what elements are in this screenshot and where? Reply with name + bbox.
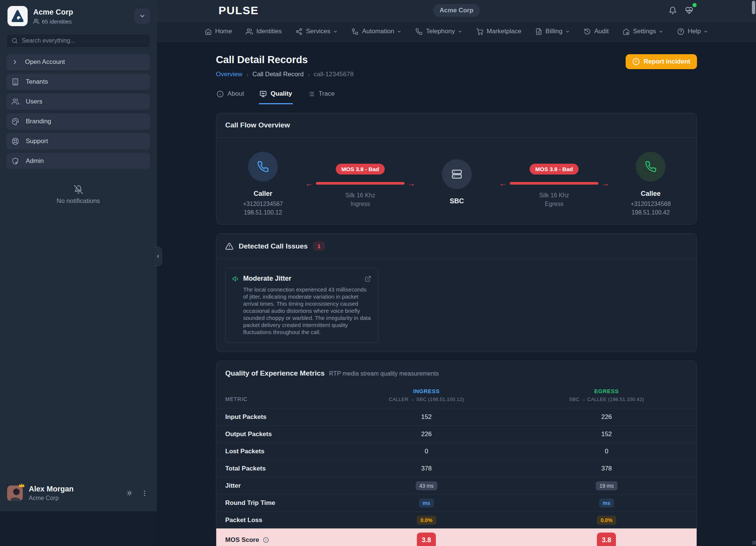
external-link-icon[interactable] (365, 275, 371, 282)
nav-item-help[interactable]: Help (677, 28, 708, 35)
sidebar-item-label: Users (26, 98, 42, 105)
nav-item-audit[interactable]: Audit (584, 28, 609, 35)
report-incident-label: Report incident (644, 58, 690, 65)
metrics-table-header: METRIC INGRESS CALLER → SBC (198.51.100.… (216, 383, 697, 408)
nav-label: Marketplace (487, 28, 521, 35)
users-icon (246, 28, 253, 35)
bell-icon[interactable] (669, 6, 677, 15)
sidebar-collapse-handle[interactable] (154, 247, 162, 266)
vertical-scrollbar-thumb[interactable] (752, 1, 755, 14)
health-status[interactable] (685, 6, 693, 15)
call-flow-title: Call Flow Overview (225, 121, 290, 129)
caller-circle (248, 152, 278, 182)
issue-description: The local connection experienced 43 mill… (243, 286, 371, 336)
call-flow-card: Call Flow Overview Caller +31201234567 1… (216, 113, 697, 225)
callee-phone: +31201234568 (630, 201, 670, 207)
org-logo (7, 6, 28, 26)
ingress-direction: Ingress (350, 201, 370, 207)
nav-item-telephony[interactable]: Telephony (415, 28, 462, 35)
search-input[interactable] (22, 37, 145, 44)
nav-item-settings[interactable]: Settings (623, 28, 663, 35)
sidebar-item-label: Branding (26, 118, 51, 125)
sidebar-item-label: Open Account (25, 58, 65, 66)
alert-circle-icon (632, 58, 640, 65)
crown-icon (18, 482, 25, 488)
metrics-row-packet-loss: Packet Loss 0.0% 0.0% (216, 511, 697, 528)
ingress-line (316, 182, 405, 185)
file-text-icon (535, 28, 542, 35)
heart-pulse-icon (685, 6, 693, 15)
nav-label: Billing (546, 28, 563, 35)
arrow-right-icon: → (601, 179, 609, 187)
history-icon (584, 28, 591, 35)
main-nav: Home Identities Services Automation Tele… (157, 21, 756, 42)
users-icon (33, 18, 39, 24)
nav-item-marketplace[interactable]: Marketplace (476, 28, 521, 35)
nav-item-identities[interactable]: Identities (246, 28, 282, 35)
tab-trace[interactable]: Trace (307, 89, 335, 104)
chevron-down-icon (139, 13, 146, 19)
breadcrumb-call-detail-record[interactable]: Call Detail Record (252, 71, 304, 78)
search-icon (12, 37, 18, 44)
brand-logo: PULSE (219, 4, 259, 17)
breadcrumb-overview[interactable]: Overview (216, 71, 242, 78)
rtt-ingress-chip: ms (419, 499, 434, 508)
nav-label: Audit (594, 28, 609, 35)
org-name: Acme Corp (33, 8, 134, 16)
sidebar-item-label: Admin (26, 157, 44, 165)
issue-moderate-jitter: Moderate Jitter The local connection exp… (225, 268, 378, 343)
search-box[interactable] (6, 34, 150, 48)
egress-mos-badge: MOS 3.8 - Bad (530, 164, 579, 175)
issue-title: Moderate Jitter (243, 275, 361, 283)
sidebar-item-branding[interactable]: Branding (6, 113, 150, 130)
report-incident-button[interactable]: Report incident (626, 54, 697, 69)
nav-item-billing[interactable]: Billing (535, 28, 570, 35)
col-header-ingress-sub: CALLER → SBC (198.51.100.12) (337, 397, 517, 402)
egress-line (510, 182, 598, 185)
sidebar-menu: Open Account Tenants Users Branding Supp… (0, 54, 157, 169)
tab-label: Trace (319, 90, 335, 98)
breadcrumb-separator: › (247, 71, 248, 78)
nav-label: Help (688, 28, 701, 35)
building-icon (12, 78, 19, 86)
rtt-egress-chip: ms (599, 499, 614, 508)
more-vertical-icon[interactable] (141, 490, 148, 497)
info-icon[interactable] (263, 537, 269, 543)
tab-about[interactable]: About (216, 89, 245, 104)
nav-label: Automation (362, 28, 394, 35)
chevron-down-icon (333, 29, 338, 34)
sidebar-item-tenants[interactable]: Tenants (6, 74, 150, 90)
user-photo (7, 485, 23, 501)
callee-circle (636, 152, 666, 182)
col-header-ingress: INGRESS (337, 388, 517, 394)
theme-toggle-sun-icon[interactable] (126, 489, 133, 497)
breadcrumb-current-call-id: call-12345678 (314, 71, 354, 78)
callee-node: Callee +31201234568 198.51.100.42 (610, 152, 692, 216)
users-icon (12, 98, 19, 105)
caller-node: Caller +31201234567 198.51.100.12 (222, 152, 304, 216)
sidebar: Acme Corp 65 identities Open Account Ten… (0, 0, 157, 511)
sidebar-item-support[interactable]: Support (6, 133, 150, 149)
chevron-down-icon (397, 29, 402, 34)
org-switcher-button[interactable] (134, 8, 150, 24)
notifications-empty-text: No notifications (56, 197, 100, 205)
egress-direction: Egress (545, 201, 564, 207)
sidebar-item-open-account[interactable]: Open Account (6, 54, 150, 70)
caller-phone: +31201234567 (243, 201, 283, 207)
tab-quality[interactable]: Quality (259, 89, 293, 104)
help-circle-icon (677, 28, 684, 35)
sidebar-item-users[interactable]: Users (6, 93, 150, 110)
chevron-down-icon (565, 29, 570, 34)
volume-icon (232, 275, 240, 283)
nav-item-home[interactable]: Home (205, 28, 232, 35)
org-identities-count: 65 identities (42, 18, 72, 25)
nav-item-automation[interactable]: Automation (351, 28, 402, 35)
metrics-row-jitter: Jitter 43 ms 19 ms (216, 477, 697, 494)
col-header-egress: EGRESS (517, 388, 697, 394)
metrics-row-mos-score: MOS Score 3.8 3.8 (216, 528, 697, 546)
sidebar-item-admin[interactable]: Admin (6, 153, 150, 169)
alert-triangle-icon (225, 242, 233, 250)
nav-item-services[interactable]: Services (295, 28, 338, 35)
mos-score-label: MOS Score (225, 536, 259, 544)
breadcrumb: Overview › Call Detail Record › call-123… (216, 71, 697, 78)
